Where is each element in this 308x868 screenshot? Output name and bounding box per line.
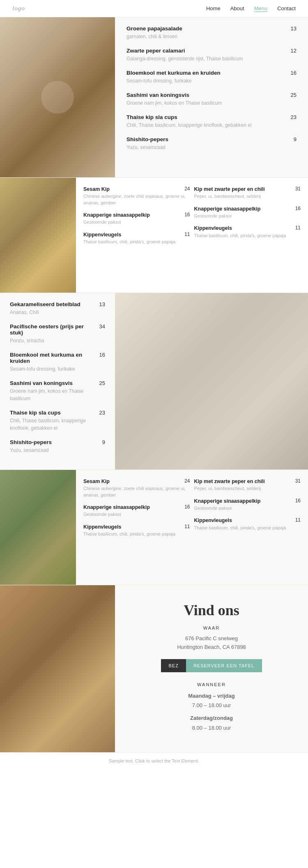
menu-item-price: 12 — [291, 48, 297, 54]
reserve-button[interactable]: RESERVEER EEN TAFEL — [186, 659, 262, 672]
hours-entry: Zaterdag/zondag8.00 – 18.00 uur — [188, 713, 234, 733]
menu-item-name: Shishito-pepers — [126, 136, 168, 142]
menu-item-name: Sesam Kip — [83, 478, 110, 485]
findus-where-label: WAAR — [203, 625, 220, 630]
menu-item-desc: Chinese aubergine, zoete chili sojasaus,… — [83, 193, 190, 206]
menu-item-desc: Ponzu, sriracha — [10, 337, 105, 344]
menu-item-price: 23 — [99, 410, 105, 416]
menu-item-desc: Galanga-dressing, geroosterde rijst, Tha… — [126, 55, 297, 62]
menu-item-price: 23 — [291, 114, 297, 120]
menu-item-desc: Thaise basilicum, chili, pinda's, groene… — [194, 233, 301, 239]
menu-item-desc: Peper, ui, bamboescheut, selderij — [194, 486, 301, 492]
menu-col-left-2: Sesam Kip 24 Chinese aubergine, zoete ch… — [83, 478, 190, 577]
menu-item: Kip met zwarte peper en chili 31 Peper, … — [194, 478, 301, 492]
menu-item-name: Kip met zwarte peper en chili — [194, 478, 265, 485]
menu-item-name: Thaise kip sla cups — [10, 410, 61, 416]
menu-item-name: Sashimi van koningsvis — [10, 380, 73, 386]
menu-two-col-1: Sesam Kip 24 Chinese aubergine, zoete ch… — [76, 178, 308, 293]
navigation: logo Home About Menu Contact — [0, 0, 308, 17]
menu-item-desc: Sesam-tofu dressing, furikake — [10, 365, 105, 373]
menu-item-name: Knapperige sinaasappelkip — [83, 504, 150, 511]
menu-item-name: Kippenvleugels — [194, 225, 232, 231]
people-image — [0, 585, 115, 752]
menu-item: Knapperige sinaasappelkip 16 Gestoomde p… — [194, 498, 301, 512]
menu-item-price: 13 — [99, 301, 105, 307]
menu-item: Knapperige sinaasappelkip 16 Gestoomde p… — [83, 504, 190, 518]
menu-item-desc: Groene nam jim, kokos en Thaise basilicu… — [126, 99, 297, 107]
menu-item: Kippenvleugels 11 Thaise basilicum, chil… — [194, 225, 301, 239]
menu-item-price: 11 — [295, 517, 301, 524]
menu-item: Pacifische oesters (prijs per stuk) 34 P… — [10, 323, 105, 344]
menu-item-price: 25 — [291, 92, 297, 98]
menu-item-price: 16 — [184, 212, 190, 218]
menu-item-desc: Ananas, Chili — [10, 309, 105, 316]
footer-note: Sample text. Click to select the Text El… — [0, 752, 308, 769]
nav-contact[interactable]: Contact — [277, 5, 296, 12]
section-three: Gekarameliseerd betelblad 13 Ananas, Chi… — [0, 293, 308, 469]
menu-item-desc: Gestoomde paksoi — [194, 505, 301, 511]
menu-item-price: 16 — [295, 206, 301, 212]
menu-item-name: Sesam Kip — [83, 186, 110, 192]
hero-image — [0, 17, 115, 177]
nav-menu[interactable]: Menu — [254, 5, 268, 12]
logo[interactable]: logo — [12, 5, 25, 12]
menu-item: Shishito-pepers 9 Yuzu, sesamzaad — [10, 439, 105, 454]
nav-about[interactable]: About — [230, 5, 244, 12]
menu-item: Bloemkool met kurkuma en kruiden 16 Sesa… — [126, 70, 297, 85]
menu-item-price: 31 — [295, 478, 301, 485]
section-hero: Groene papajasalade 13 garnalen, chili &… — [0, 17, 308, 177]
menu-item-desc: Chinese aubergine, zoete chili sojasaus,… — [83, 486, 190, 498]
address-line2: Huntington Beach, CA 67898 — [177, 644, 246, 650]
menu-two-col-2: Sesam Kip 24 Chinese aubergine, zoete ch… — [76, 470, 308, 585]
findus-hours: Maandag – vrijdag7.00 – 18.00 uurZaterda… — [188, 691, 234, 736]
menu-item-name: Kip met zwarte peper en chili — [194, 186, 265, 192]
menu-item-name: Pacifische oesters (prijs per stuk) — [10, 323, 91, 336]
findus-content: Vind ons WAAR 676 Pacific C snelweg Hunt… — [115, 585, 308, 752]
menu-item: Kip met zwarte peper en chili 31 Peper, … — [194, 186, 301, 200]
menu-item-name: Bloemkool met kurkuma en kruiden — [126, 70, 221, 76]
menu-item-price: 13 — [291, 25, 297, 32]
menu-item: Thaise kip sla cups 23 Chili, Thaise bas… — [10, 410, 105, 432]
menu-item: Kippenvleugels 11 Thaise basilicum, chil… — [194, 517, 301, 531]
menu-item-desc: Yuzu, sesamzaad — [10, 447, 105, 454]
menu-item-desc: Gestoomde paksoi — [83, 511, 190, 518]
menu-col-left-1: Sesam Kip 24 Chinese aubergine, zoete ch… — [83, 186, 190, 284]
menu-item-name: Knapperige sinaasappelkip — [194, 206, 261, 212]
menu-item-name: Knapperige sinaasappelkip — [194, 498, 261, 504]
menu-item: Sashimi van koningsvis 25 Groene nam jim… — [126, 92, 297, 107]
menu-item-desc: garnalen, chili & limoen — [126, 33, 297, 40]
findus-address: 676 Pacific C snelweg Huntington Beach, … — [177, 634, 246, 652]
menu-item-price: 16 — [291, 70, 297, 76]
menu-item: Knapperige sinaasappelkip 16 Gestoomde p… — [194, 206, 301, 220]
menu-item-price: 31 — [295, 186, 301, 192]
menu-item: Kippenvleugels 11 Thaise basilicum, chil… — [83, 524, 190, 538]
findus-when-label: WANNEER — [197, 682, 226, 687]
menu-left-1: Gekarameliseerd betelblad 13 Ananas, Chi… — [0, 293, 115, 469]
visit-button[interactable]: BEZ — [161, 659, 186, 672]
menu-item-price: 24 — [184, 478, 190, 485]
menu-item-desc: Groene nam jim, kokos en Thaise basilicu… — [10, 387, 105, 402]
menu-item-price: 16 — [99, 352, 105, 358]
menu-item-price: 11 — [184, 524, 190, 530]
hours-entry: Maandag – vrijdag7.00 – 18.00 uur — [188, 691, 234, 710]
section-two: Sesam Kip 24 Chinese aubergine, zoete ch… — [0, 178, 308, 293]
menu-item-price: 16 — [295, 498, 301, 504]
menu-item-price: 16 — [184, 504, 190, 511]
food-image-2 — [0, 178, 76, 293]
outdoor-image — [0, 470, 76, 585]
menu-block-1: Groene papajasalade 13 garnalen, chili &… — [115, 17, 308, 177]
menu-item: Knapperige sinaasappelkip 16 Gestoomde p… — [83, 212, 190, 226]
menu-item-name: Thaise kip sla cups — [126, 114, 177, 120]
findus-buttons: BEZ RESERVEER EEN TAFEL — [161, 659, 262, 672]
section-findus: Vind ons WAAR 676 Pacific C snelweg Hunt… — [0, 585, 308, 752]
menu-item-desc: Gestoomde paksoi — [83, 219, 190, 225]
menu-item-price: 11 — [184, 231, 190, 238]
nav-home[interactable]: Home — [206, 5, 221, 12]
menu-item-name: Kippenvleugels — [83, 231, 121, 238]
menu-item: Gekarameliseerd betelblad 13 Ananas, Chi… — [10, 301, 105, 316]
menu-item-name: Gekarameliseerd betelblad — [10, 301, 80, 307]
menu-item: Kippenvleugels 11 Thaise basilicum, chil… — [83, 231, 190, 245]
menu-item-name: Bloemkool met kurkuma en kruiden — [10, 352, 91, 364]
menu-item-desc: Yuzu, sesamzaad — [126, 144, 297, 151]
menu-col-right-2: Kip met zwarte peper en chili 31 Peper, … — [194, 478, 301, 577]
